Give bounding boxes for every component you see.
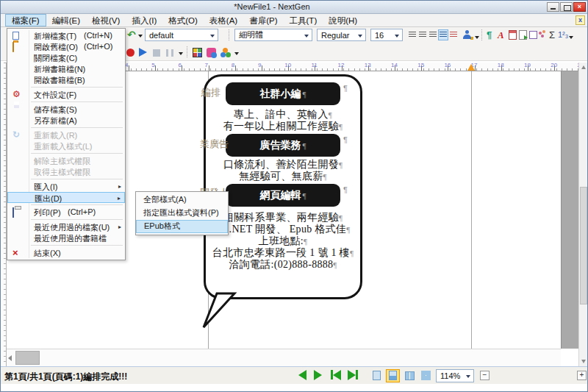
submenu-item-all-styles[interactable]: 全部樣式(A) [136,193,228,207]
export-submenu-panel: 全部樣式(A) 指定匯出樣式資料(P) EPub格式 [135,191,229,235]
vertical-ruler[interactable]: 23 [1,63,7,366]
numbering-button[interactable]: 1²₃ [558,29,568,40]
speech-bubble-tail [198,292,242,330]
zoom-out-button[interactable]: − [480,371,490,380]
document-close-button[interactable]: x [576,15,585,25]
window-title: *NewFile1 - NextGen [1,2,543,11]
document-line: 口條流利、善於陌生開發¶ [206,159,360,171]
fit-width-view-button[interactable] [386,369,400,382]
menu-view[interactable]: 檢視(V) [86,14,126,26]
character-style-button[interactable]: A [498,29,504,40]
minimize-button[interactable] [547,2,559,12]
font-weight-combobox[interactable]: Regular [317,29,366,41]
ruler-margin-marker-icon[interactable] [467,64,475,71]
image-style-button[interactable] [207,48,216,57]
vertical-scrollbar[interactable] [578,63,588,366]
align-right-button[interactable] [428,29,438,40]
overflow-dropdown-icon[interactable] [475,36,479,39]
menu-bookpage[interactable]: 書扉(P) [243,14,283,26]
menu-item-recent-books[interactable]: 最近使用過的書籍檔 [7,232,125,243]
submenu-arrow-icon: ▸ [118,224,121,230]
align-distribute-button[interactable] [448,29,459,40]
ruler-number: 18 [498,62,504,68]
menu-item-export[interactable]: 匯出(D) ▸ [7,192,125,203]
maximize-button[interactable] [560,2,573,12]
close-button[interactable]: × [573,2,586,12]
printer-icon [12,207,14,218]
author-permission-button[interactable] [462,30,472,40]
refresh-icon: ↻ [12,131,20,139]
overflow-dropdown-icon[interactable] [569,36,573,39]
sigma-formula-button[interactable]: Σ [549,29,555,40]
pilcrow-mark: ¶ [343,135,348,144]
menu-insert[interactable]: 插入(I) [126,14,162,26]
menu-item-print[interactable]: 列印(P) (Ctrl+P) [7,207,125,218]
menu-item-document-settings[interactable]: ⚙ 文件設定(F) [7,89,125,100]
pilcrow-marks-button[interactable]: ¶ [487,29,492,40]
align-left-button[interactable] [407,29,417,40]
menu-item-save-as[interactable]: 另存新檔(A) [7,115,125,126]
play-button[interactable] [139,48,147,57]
overflow-dropdown-icon[interactable] [234,52,239,55]
toolbar-separator [481,29,482,40]
zoom-in-button[interactable]: + [577,371,587,380]
align-justify-button[interactable] [438,29,448,40]
document-line: 熟 .NET 開發、 Epub 格式佳¶ [206,224,360,235]
menu-item-open-book[interactable]: 開啟書籍檔(B) [7,74,125,85]
scroll-down-icon[interactable] [581,360,586,363]
scroll-up-icon[interactable] [581,65,586,69]
menu-item-open-file[interactable]: 開啟舊檔(O) (Ctrl+O) [7,41,125,52]
multi-page-view-button[interactable] [418,369,432,382]
last-page-button[interactable] [348,370,361,382]
two-page-view-button[interactable] [402,369,416,382]
title-bar[interactable]: *NewFile1 - NextGen × [1,1,587,14]
styled-page-button[interactable] [509,30,517,40]
single-page-view-button[interactable] [370,369,384,382]
font-size-combobox[interactable]: 16 [370,29,403,41]
color-wheel-button[interactable] [220,48,231,57]
paragraph-style-combobox[interactable]: default [145,29,218,41]
first-page-button[interactable] [331,370,344,382]
menu-item-exit[interactable]: × 結束(X) [7,247,125,258]
menu-tools[interactable]: 工具(T) [284,14,323,26]
menu-edit[interactable]: 編輯(E) [46,14,86,26]
ruler-number: 6 [178,62,181,68]
previous-page-button[interactable] [298,370,312,382]
font-family-combobox[interactable]: 細明體 [234,29,312,41]
align-center-button[interactable] [417,29,428,40]
undo-dropdown-icon[interactable] [138,35,143,38]
menu-item-save-file[interactable]: 儲存檔案(S) [7,104,125,115]
color-grid-button[interactable] [193,48,202,57]
page-outside-area [561,71,578,349]
menu-item-new-file[interactable]: 新增檔案(T) (Ctrl+N) [7,30,125,41]
text-frame-button[interactable] [529,31,537,39]
menu-item-import[interactable]: 匯入(I) ▸ [7,181,125,192]
page-link-button[interactable] [519,30,527,40]
menu-help[interactable]: 說明(H) [323,14,363,26]
next-page-button[interactable] [314,370,327,382]
horizontal-scroll-thumb[interactable] [15,351,40,365]
menu-table[interactable]: 表格(A) [204,14,243,26]
horizontal-scrollbar[interactable] [7,349,561,366]
record-button[interactable] [126,49,135,57]
menu-format[interactable]: 格式(O) [162,14,204,26]
menu-item-new-book[interactable]: 新增書籍檔(N) [7,63,125,74]
stop-button[interactable] [153,49,160,57]
menu-file[interactable]: 檔案(F) [5,14,46,26]
overflow-dropdown-icon[interactable] [179,52,183,55]
submenu-item-epub-format[interactable]: EPub格式 [136,220,228,233]
zoom-level-combobox[interactable]: 114% [436,369,474,382]
scroll-left-icon[interactable] [8,355,12,361]
vertical-scroll-thumb[interactable] [580,187,587,304]
undo-icon[interactable]: ↶ [127,29,136,40]
color-dots-button[interactable] [539,30,547,40]
page-status-text: 第1頁/共1頁(頁碼:1)編排完成!!! [4,371,127,383]
menu-item-recent-files[interactable]: 最近使用過的檔案(U) ▸ [7,221,125,232]
menu-item-close-file[interactable]: 關閉檔案(C) [7,52,125,63]
align-distribute-icon [450,32,457,38]
status-bar: 第1頁/共1頁(頁碼:1)編排完成!!! 114% − + [1,366,587,384]
pilcrow-mark: ¶ [343,185,348,194]
submenu-item-specified-style-data[interactable]: 指定匯出樣式資料(P) [136,207,228,220]
pause-button[interactable] [166,49,173,57]
menu-item-release-master-style: 解除主樣式權限 [7,155,125,166]
